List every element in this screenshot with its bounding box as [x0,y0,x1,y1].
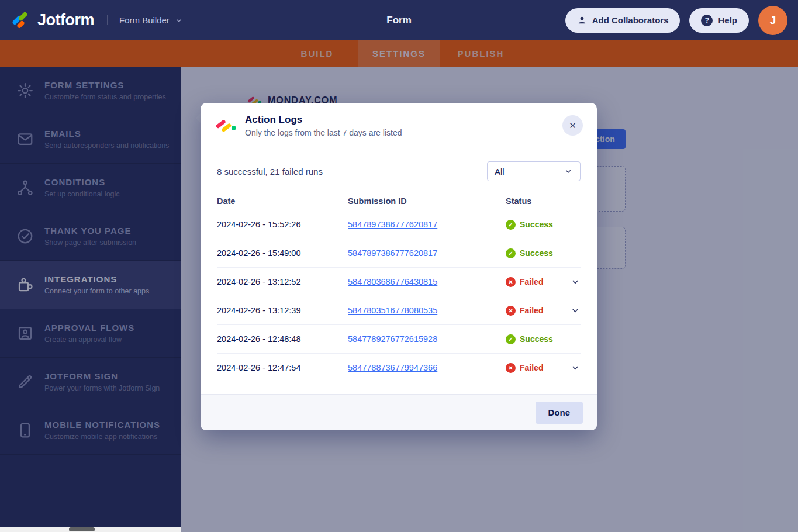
table-row: 2024-02-26 - 12:47:545847788736779947366… [217,354,581,382]
status-label: Failed [520,306,543,315]
failed-icon: ✕ [506,306,516,316]
log-table-body: 2024-02-26 - 15:52:265847897386777620817… [217,210,581,382]
failed-icon: ✕ [506,277,516,287]
column-header-status: Status [506,196,581,206]
status-label: Failed [520,277,543,286]
status-cell: ✕Failed [506,277,570,287]
help-label: Help [718,15,737,25]
modal-footer: Done [201,394,597,430]
submission-id-link[interactable]: 5847789276772615928 [348,334,506,344]
person-icon [577,15,587,25]
scrollbar-thumb[interactable] [69,527,95,531]
add-collaborators-label: Add Collaborators [592,15,669,25]
log-date: 2024-02-26 - 13:12:39 [217,306,348,315]
status-label: Success [520,334,553,344]
table-row: 2024-02-26 - 15:49:005847897386777620817… [217,239,581,268]
table-row: 2024-02-26 - 15:52:265847897386777620817… [217,210,581,239]
filter-selected-value: All [495,167,505,177]
success-icon: ✓ [506,220,516,230]
log-date: 2024-02-26 - 15:49:00 [217,248,348,258]
status-cell: ✓Success [506,334,581,344]
submission-id-link[interactable]: 5847803686776430815 [348,277,506,286]
chevron-down-icon [564,167,573,176]
header-actions: Add Collaborators ? Help J [565,6,787,35]
avatar[interactable]: J [758,6,787,35]
column-header-submission-id: Submission ID [348,196,506,206]
status-cell: ✕Failed [506,363,570,373]
submission-id-link[interactable]: 5847897386777620817 [348,248,506,258]
app-window: Jotform Form Builder Form Add Collaborat… [0,0,798,532]
form-builder-label: Form Builder [119,15,170,25]
submission-id-link[interactable]: 5847788736779947366 [348,363,506,372]
status-cell: ✕Failed [506,306,570,316]
failed-icon: ✕ [506,363,516,373]
run-summary: 8 successful, 21 failed runs [217,167,323,177]
table-row: 2024-02-26 - 13:12:525847803686776430815… [217,268,581,296]
log-table-header: Date Submission ID Status [217,192,581,210]
status-label: Failed [520,363,543,372]
status-label: Success [520,220,553,229]
done-button[interactable]: Done [536,402,583,424]
status-label: Success [520,248,553,258]
chevron-down-icon[interactable] [570,277,581,287]
modal-header: Action Logs Only the logs from the last … [201,103,597,148]
jotform-brand[interactable]: Jotform [11,10,94,31]
chevron-down-icon[interactable] [570,305,581,316]
brand-name: Jotform [37,11,94,29]
table-row: 2024-02-26 - 13:12:395847803516778080535… [217,296,581,325]
form-builder-dropdown[interactable]: Form Builder [107,15,184,25]
modal-subtitle: Only the logs from the last 7 days are l… [245,128,402,137]
status-cell: ✓Success [506,248,581,258]
log-date: 2024-02-26 - 13:12:52 [217,277,348,286]
log-date: 2024-02-26 - 12:47:54 [217,363,348,372]
status-cell: ✓Success [506,220,581,230]
chevron-down-icon [174,16,184,25]
submission-id-link[interactable]: 5847803516778080535 [348,306,506,315]
chevron-down-icon[interactable] [570,362,581,373]
close-icon: ✕ [569,120,576,131]
top-header: Jotform Form Builder Form Add Collaborat… [0,0,798,40]
summary-row: 8 successful, 21 failed runs All [217,161,581,181]
close-button[interactable]: ✕ [562,115,583,136]
jotform-logo-icon [11,10,32,31]
question-icon: ? [701,15,713,26]
monday-logo-icon [215,115,237,136]
table-row: 2024-02-26 - 12:48:485847789276772615928… [217,325,581,354]
log-date: 2024-02-26 - 15:52:26 [217,220,348,229]
column-header-date: Date [217,196,348,206]
success-icon: ✓ [506,334,516,344]
submission-id-link[interactable]: 5847897386777620817 [348,220,506,229]
modal-titles: Action Logs Only the logs from the last … [245,114,402,137]
modal-title: Action Logs [245,114,402,126]
add-collaborators-button[interactable]: Add Collaborators [565,8,680,33]
success-icon: ✓ [506,248,516,258]
modal-content: 8 successful, 21 failed runs All Date Su… [201,148,597,394]
status-filter-select[interactable]: All [487,161,581,181]
horizontal-scrollbar[interactable] [0,527,181,532]
log-date: 2024-02-26 - 12:48:48 [217,334,348,344]
help-button[interactable]: ? Help [689,8,749,33]
action-logs-modal: Action Logs Only the logs from the last … [201,103,597,430]
